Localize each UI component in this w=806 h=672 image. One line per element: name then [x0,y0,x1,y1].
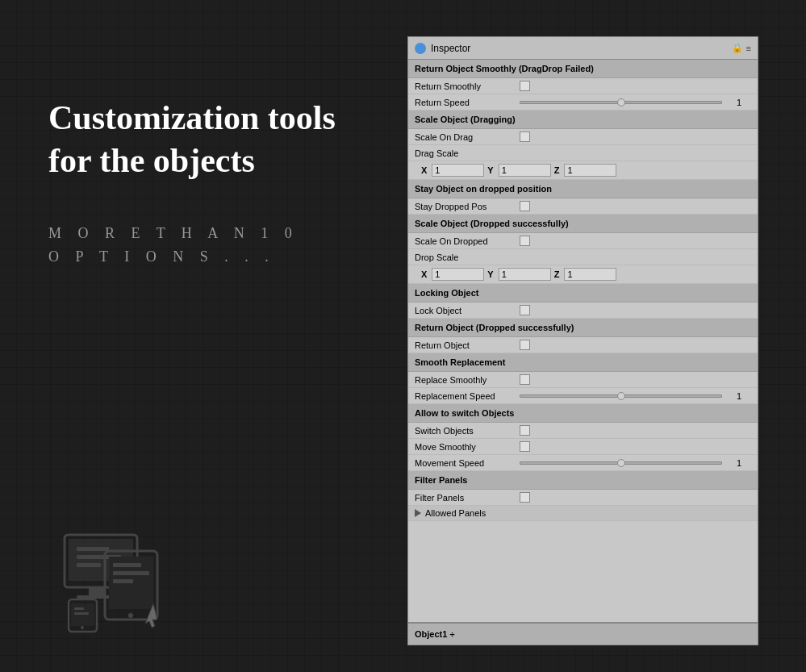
drop-z-label: Z [554,269,560,279]
property-scale-on-drag: Scale On Drag [408,129,758,145]
return-speed-value: 1 [727,98,751,107]
scale-on-drag-label: Scale On Drag [415,132,520,142]
menu-icon[interactable]: ≡ [746,44,751,53]
section-filter-panels-header: Filter Panels [408,471,758,490]
replacement-speed-label: Replacement Speed [415,391,520,401]
section-return-dropped-header: Return Object (Dropped successfully) [408,319,758,337]
svg-rect-2 [77,547,109,551]
lock-object-checkbox[interactable] [520,305,530,315]
inspector-controls: 🔒 ≡ [732,43,751,53]
drag-scale-label: Drag Scale [415,148,520,158]
replacement-speed-thumb[interactable] [617,392,625,400]
drop-z-input[interactable] [564,268,616,281]
property-replace-smoothly: Replace Smoothly [408,372,758,388]
svg-rect-10 [113,571,149,575]
device-illustration [48,511,177,640]
section-smooth-replacement-header: Smooth Replacement [408,353,758,372]
inspector-footer: Object1 ÷ [408,622,758,645]
info-icon [415,43,426,54]
property-scale-on-dropped: Scale On Dropped [408,233,758,249]
lock-object-label: Lock Object [415,306,520,315]
movement-speed-track[interactable] [520,461,722,465]
subtitle-line2: O P T I O N S . . . [48,245,363,269]
property-filter-panels: Filter Panels [408,490,758,506]
replacement-speed-slider-container: 1 [520,391,751,401]
scale-on-dropped-label: Scale On Dropped [415,236,520,246]
replacement-speed-value: 1 [727,391,751,401]
property-drop-scale-xyz: X Y Z [408,265,758,284]
svg-rect-5 [89,587,105,595]
drag-y-input[interactable] [499,164,551,177]
property-drag-scale-xyz: X Y Z [408,161,758,180]
scale-on-drag-checkbox[interactable] [520,131,530,142]
property-return-speed: Return Speed 1 [408,94,758,111]
drop-x-input[interactable] [432,268,484,281]
drag-z-input[interactable] [564,164,616,177]
drop-y-input[interactable] [499,268,551,281]
return-smoothly-label: Return Smoothly [415,81,520,91]
section-scale-dropped-header: Scale Object (Dropped successfully) [408,215,758,233]
section-locking-header: Locking Object [408,284,758,303]
svg-rect-11 [113,579,133,583]
inspector-body[interactable]: Return Object Smoothly (DragDrop Failed)… [408,60,758,622]
drop-x-label: X [421,269,427,279]
property-movement-speed: Movement Speed 1 [408,455,758,471]
return-smoothly-checkbox[interactable] [520,81,530,91]
drag-x-label: X [421,165,427,175]
section-switch-objects-header: Allow to switch Objects [408,404,758,423]
inspector-panel: Inspector 🔒 ≡ Return Object Smoothly (Dr… [407,36,758,645]
property-drag-scale-label: Drag Scale [408,145,758,161]
drag-x-input[interactable] [432,164,484,177]
move-smoothly-label: Move Smoothly [415,442,520,452]
switch-objects-checkbox[interactable] [520,425,530,436]
svg-point-17 [81,626,84,629]
svg-rect-15 [74,607,84,610]
property-return-smoothly: Return Smoothly [408,78,758,94]
stay-dropped-pos-label: Stay Dropped Pos [415,202,520,211]
property-return-object: Return Object [408,337,758,353]
main-title: Customization tools for the objects [48,97,363,182]
lock-icon[interactable]: 🔒 [732,43,743,53]
return-speed-slider-container: 1 [520,98,751,107]
property-move-smoothly: Move Smoothly [408,439,758,455]
drag-z-label: Z [554,165,560,175]
property-drop-scale-label: Drop Scale [408,249,758,265]
allowed-panels-row[interactable]: Allowed Panels [408,506,758,521]
section-stay-dropped-header: Stay Object on dropped position [408,180,758,198]
filter-panels-checkbox[interactable] [520,492,530,503]
drop-scale-xyz-group: X Y Z [421,268,616,281]
scale-on-dropped-checkbox[interactable] [520,236,530,246]
move-smoothly-checkbox[interactable] [520,441,530,452]
inspector-header: Inspector 🔒 ≡ [408,37,758,60]
drop-y-label: Y [487,269,493,279]
replace-smoothly-label: Replace Smoothly [415,375,520,385]
svg-rect-4 [77,563,101,567]
inspector-title: Inspector [431,43,732,54]
property-stay-dropped-pos: Stay Dropped Pos [408,198,758,215]
return-speed-thumb[interactable] [617,98,625,106]
movement-speed-value: 1 [727,458,751,468]
drag-y-label: Y [487,165,493,175]
subtitle: M O R E T H A N 1 0 O P T I O N S . . . [48,222,363,269]
drop-scale-label: Drop Scale [415,253,520,262]
property-lock-object: Lock Object [408,303,758,319]
footer-object-label: Object1 ÷ [415,629,454,639]
property-switch-objects: Switch Objects [408,423,758,439]
triangle-icon [415,509,421,517]
svg-rect-16 [74,612,89,615]
section-return-smoothly-header: Return Object Smoothly (DragDrop Failed) [408,60,758,78]
property-replacement-speed: Replacement Speed 1 [408,388,758,404]
movement-speed-thumb[interactable] [617,459,625,467]
drag-scale-xyz-group: X Y Z [421,164,616,177]
switch-objects-label: Switch Objects [415,426,520,436]
replace-smoothly-checkbox[interactable] [520,374,530,385]
filter-panels-label: Filter Panels [415,493,520,503]
return-object-label: Return Object [415,340,520,350]
return-speed-label: Return Speed [415,98,520,107]
subtitle-line1: M O R E T H A N 1 0 [48,222,363,245]
stay-dropped-pos-checkbox[interactable] [520,201,530,211]
return-speed-track[interactable] [520,101,722,104]
return-object-checkbox[interactable] [520,340,530,350]
replacement-speed-track[interactable] [520,394,722,398]
section-scale-dragging-header: Scale Object (Dragging) [408,111,758,129]
